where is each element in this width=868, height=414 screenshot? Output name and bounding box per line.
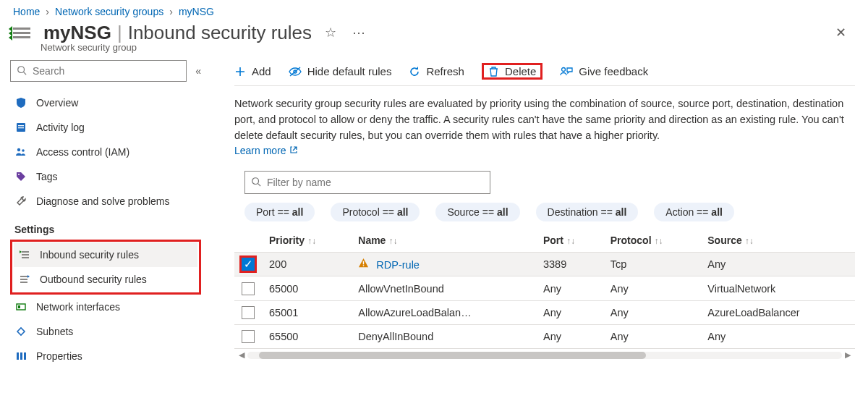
- sidebar-item-tags[interactable]: Tags: [10, 164, 201, 189]
- close-icon[interactable]: ✕: [827, 20, 855, 45]
- svg-line-23: [258, 183, 261, 186]
- sidebar-item-label: Tags: [36, 171, 58, 182]
- chevron-right-icon: ›: [169, 6, 173, 17]
- cell-name[interactable]: AllowVnetInBound: [351, 276, 536, 300]
- people-icon: [14, 146, 27, 158]
- delete-button[interactable]: Delete: [482, 63, 542, 80]
- favorite-star-icon[interactable]: ☆: [322, 22, 339, 43]
- sidebar-item-activity-log[interactable]: Activity log: [10, 115, 201, 140]
- cell-port: 3389: [536, 253, 603, 276]
- cell-protocol: Tcp: [603, 253, 701, 276]
- collapse-sidebar-icon[interactable]: «: [195, 65, 201, 77]
- trash-icon: [488, 66, 499, 77]
- col-port[interactable]: Port↑↓: [536, 229, 603, 253]
- sidebar-search[interactable]: [10, 60, 187, 82]
- subnet-icon: [14, 326, 27, 337]
- table-row[interactable]: 65001 AllowAzureLoadBalan… Any Any Azure…: [234, 300, 855, 324]
- sidebar-item-overview[interactable]: Overview: [10, 90, 201, 115]
- cell-priority: 65500: [262, 324, 351, 348]
- scroll-right-icon[interactable]: ▶: [842, 350, 854, 360]
- sort-icon: ↑↓: [388, 236, 397, 246]
- pill-protocol[interactable]: Protocol == all: [331, 203, 420, 221]
- col-protocol[interactable]: Protocol↑↓: [603, 229, 701, 253]
- filter-input[interactable]: [265, 176, 484, 189]
- outbound-rules-icon: [18, 274, 31, 285]
- sidebar-item-iam[interactable]: Access control (IAM): [10, 140, 201, 164]
- row-checkbox[interactable]: [242, 282, 255, 295]
- pill-destination[interactable]: Destination == all: [536, 203, 639, 221]
- pill-port[interactable]: Port == all: [244, 203, 315, 221]
- breadcrumb: Home › Network security groups › myNSG: [0, 0, 868, 19]
- sort-icon: ↑↓: [655, 236, 663, 246]
- toolbar: Add Hide default rules Refresh Delete: [234, 60, 855, 86]
- cell-port: Any: [536, 276, 603, 300]
- pill-source[interactable]: Source == all: [435, 203, 519, 221]
- pill-action[interactable]: Action == all: [654, 203, 734, 221]
- description-text: Network security group security rules ar…: [234, 96, 855, 143]
- add-button[interactable]: Add: [234, 65, 271, 77]
- table-row[interactable]: 65500 DenyAllInBound Any Any Any: [234, 324, 855, 348]
- svg-point-5: [17, 148, 20, 151]
- sort-icon: ↑↓: [745, 236, 754, 246]
- svg-rect-17: [20, 352, 22, 360]
- external-link-icon: [289, 145, 298, 156]
- sidebar: « Overview Activity log Access control (…: [10, 60, 205, 368]
- search-input[interactable]: [31, 64, 180, 77]
- feedback-icon: [560, 66, 573, 77]
- give-feedback-button[interactable]: Give feedback: [560, 65, 648, 77]
- breadcrumb-nsg-list[interactable]: Network security groups: [55, 6, 163, 17]
- sidebar-item-inbound-rules[interactable]: Inbound security rules: [14, 242, 197, 267]
- row-checkbox[interactable]: [242, 306, 255, 319]
- breadcrumb-home[interactable]: Home: [13, 6, 40, 17]
- sidebar-item-network-interfaces[interactable]: Network interfaces: [10, 295, 201, 319]
- svg-rect-3: [18, 125, 24, 126]
- scroll-left-icon[interactable]: ◀: [236, 350, 247, 360]
- col-priority[interactable]: Priority↑↓: [262, 229, 351, 253]
- svg-point-7: [18, 174, 20, 175]
- cell-port: Any: [536, 324, 603, 348]
- col-source[interactable]: Source↑↓: [700, 229, 855, 253]
- more-menu-icon[interactable]: ⋯: [349, 22, 368, 43]
- warning-icon: [358, 259, 372, 271]
- cell-name[interactable]: AllowAzureLoadBalan…: [351, 300, 536, 324]
- breadcrumb-current[interactable]: myNSG: [179, 6, 214, 17]
- svg-rect-14: [17, 304, 25, 310]
- nic-icon: [14, 301, 27, 313]
- cell-source: VirtualNetwork: [700, 276, 855, 300]
- cell-protocol: Any: [603, 324, 701, 348]
- cell-protocol: Any: [603, 300, 701, 324]
- sidebar-item-diagnose[interactable]: Diagnose and solve problems: [10, 189, 201, 214]
- table-row[interactable]: ✓ 200 RDP-rule 3389 Tcp Any: [234, 253, 855, 276]
- sidebar-item-label: Diagnose and solve problems: [36, 195, 169, 207]
- eye-off-icon: [289, 66, 302, 77]
- table-row[interactable]: 65000 AllowVnetInBound Any Any VirtualNe…: [234, 276, 855, 300]
- row-checkbox[interactable]: [242, 330, 255, 343]
- refresh-button[interactable]: Refresh: [409, 65, 464, 77]
- sort-icon: ↑↓: [307, 236, 316, 246]
- resource-type-label: Network security group: [0, 42, 868, 60]
- sidebar-item-properties[interactable]: Properties: [10, 344, 201, 368]
- sidebar-item-label: Overview: [36, 97, 78, 109]
- svg-rect-16: [17, 352, 19, 360]
- rules-table: Priority↑↓ Name↑↓ Port↑↓ Protocol↑↓ Sour…: [234, 229, 855, 349]
- cell-protocol: Any: [603, 276, 701, 300]
- cell-name[interactable]: DenyAllInBound: [351, 324, 536, 348]
- plus-icon: [234, 66, 246, 77]
- sidebar-item-subnets[interactable]: Subnets: [10, 319, 201, 344]
- hide-default-rules-button[interactable]: Hide default rules: [289, 65, 392, 77]
- svg-rect-15: [18, 305, 20, 308]
- svg-point-0: [18, 66, 25, 72]
- horizontal-scrollbar[interactable]: ◀ ▶: [234, 350, 855, 360]
- properties-icon: [14, 350, 27, 362]
- cell-name[interactable]: RDP-rule: [351, 253, 536, 276]
- sidebar-item-label: Network interfaces: [36, 301, 120, 313]
- main-content: Add Hide default rules Refresh Delete: [205, 60, 868, 368]
- svg-rect-24: [363, 261, 365, 265]
- learn-more-link[interactable]: Learn more: [234, 145, 298, 156]
- cell-source: AzureLoadBalancer: [700, 300, 855, 324]
- row-checkbox[interactable]: ✓: [242, 258, 255, 271]
- col-name[interactable]: Name↑↓: [351, 229, 536, 253]
- sidebar-item-outbound-rules[interactable]: Outbound security rules: [14, 267, 197, 292]
- cell-source: Any: [700, 253, 855, 276]
- filter-box[interactable]: [244, 171, 490, 194]
